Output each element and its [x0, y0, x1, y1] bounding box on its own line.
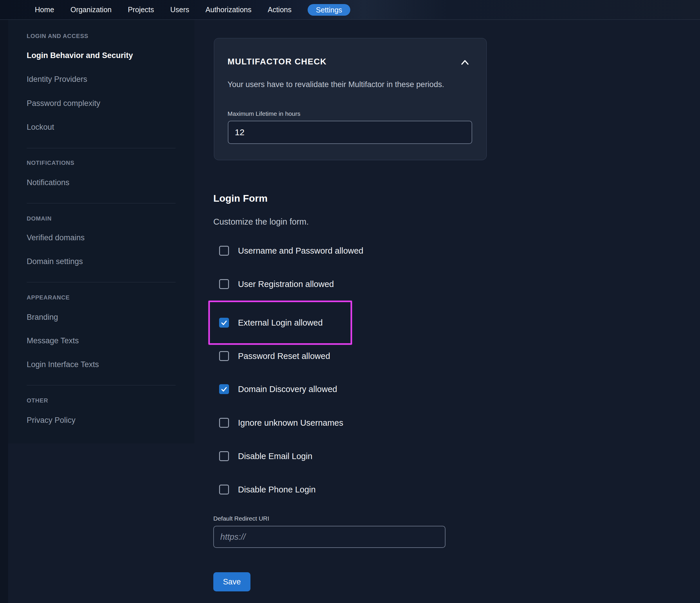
nav-item-organization[interactable]: Organization	[71, 5, 112, 14]
nav-item-actions[interactable]: Actions	[268, 5, 291, 14]
sidebar-item-privacy-policy[interactable]: Privacy Policy	[27, 415, 75, 425]
checkbox-label[interactable]: External Login allowed	[238, 318, 323, 328]
nav-item-settings-active[interactable]: Settings	[308, 4, 350, 16]
multifactor-check-title: MULTIFACTOR CHECK	[227, 57, 327, 67]
checkbox-label[interactable]: User Registration allowed	[238, 279, 334, 289]
sidebar-item-notifications[interactable]: Notifications	[27, 178, 69, 187]
sidebar-item-lockout[interactable]: Lockout	[27, 122, 54, 132]
sidebar-divider	[27, 385, 176, 385]
checkbox-label[interactable]: Ignore unknown Usernames	[238, 418, 343, 428]
checkbox-row-ignore-unknown-usernames: Ignore unknown Usernames	[219, 418, 343, 428]
sidebar-item-verified-domains[interactable]: Verified domains	[27, 233, 85, 243]
checkbox-label[interactable]: Password Reset allowed	[238, 351, 330, 361]
left-gutter	[0, 20, 8, 603]
checkbox-row-username-password-allowed: Username and Password allowed	[219, 246, 364, 256]
sidebar-group-appearance: APPEARANCE	[27, 293, 70, 302]
checkbox-row-domain-discovery-allowed: Domain Discovery allowed	[219, 384, 337, 394]
settings-sidebar: LOGIN AND ACCESS Login Behavior and Secu…	[8, 20, 195, 444]
checkbox-label[interactable]: Disable Phone Login	[238, 484, 316, 495]
checkbox-disable-phone-login[interactable]	[219, 485, 229, 495]
checkbox-label[interactable]: Domain Discovery allowed	[238, 384, 337, 394]
checkbox-user-registration-allowed[interactable]	[219, 279, 229, 289]
sidebar-item-message-texts[interactable]: Message Texts	[27, 336, 79, 346]
nav-item-home[interactable]: Home	[35, 5, 54, 14]
multifactor-check-description: Your users have to revalidate their Mult…	[227, 80, 444, 89]
checkbox-domain-discovery-allowed[interactable]	[219, 384, 229, 394]
maximum-lifetime-input[interactable]	[228, 121, 472, 144]
sidebar-item-password-complexity[interactable]: Password complexity	[27, 98, 100, 108]
sidebar-divider	[27, 203, 176, 203]
checkbox-row-disable-email-login: Disable Email Login	[219, 451, 312, 461]
checkbox-row-user-registration-allowed: User Registration allowed	[219, 279, 334, 289]
checkbox-ignore-unknown-usernames[interactable]	[219, 418, 229, 428]
checkbox-label[interactable]: Disable Email Login	[238, 451, 312, 461]
checkbox-external-login-allowed[interactable]	[219, 318, 229, 328]
multifactor-check-card: MULTIFACTOR CHECK Your users have to rev…	[214, 38, 487, 160]
default-redirect-uri-input[interactable]	[213, 526, 446, 548]
top-navigation-bar: Home Organization Projects Users Authori…	[0, 0, 700, 20]
nav-item-users[interactable]: Users	[170, 5, 189, 14]
checkbox-username-password-allowed[interactable]	[219, 246, 229, 256]
checkbox-row-external-login-allowed: External Login allowed	[219, 318, 323, 328]
checkbox-disable-email-login[interactable]	[219, 451, 229, 461]
checkbox-row-password-reset-allowed: Password Reset allowed	[219, 351, 330, 361]
sidebar-item-login-behavior-and-security[interactable]: Login Behavior and Security	[27, 50, 133, 60]
checkbox-label[interactable]: Username and Password allowed	[238, 246, 364, 256]
sidebar-group-domain: DOMAIN	[27, 214, 52, 223]
chevron-up-icon[interactable]	[460, 58, 470, 67]
sidebar-divider	[27, 282, 176, 282]
nav-item-projects[interactable]: Projects	[128, 5, 154, 14]
sidebar-group-notifications: NOTIFICATIONS	[27, 158, 74, 167]
sidebar-divider	[27, 148, 176, 148]
save-button[interactable]: Save	[213, 572, 250, 592]
checkbox-row-disable-phone-login: Disable Phone Login	[219, 484, 316, 495]
sidebar-group-login-and-access: LOGIN AND ACCESS	[27, 32, 88, 40]
maximum-lifetime-label: Maximum Lifetime in hours	[227, 110, 300, 117]
sidebar-item-identity-providers[interactable]: Identity Providers	[27, 74, 88, 84]
sidebar-group-other: OTHER	[27, 396, 48, 405]
sidebar-item-login-interface-texts[interactable]: Login Interface Texts	[27, 359, 99, 370]
login-form-title: Login Form	[213, 193, 268, 204]
checkbox-password-reset-allowed[interactable]	[219, 351, 229, 361]
sidebar-item-domain-settings[interactable]: Domain settings	[27, 256, 83, 267]
nav-item-authorizations[interactable]: Authorizations	[205, 5, 251, 14]
default-redirect-uri-label: Default Redirect URI	[213, 515, 269, 522]
sidebar-item-branding[interactable]: Branding	[27, 312, 58, 322]
login-form-subtitle: Customize the login form.	[213, 217, 309, 227]
